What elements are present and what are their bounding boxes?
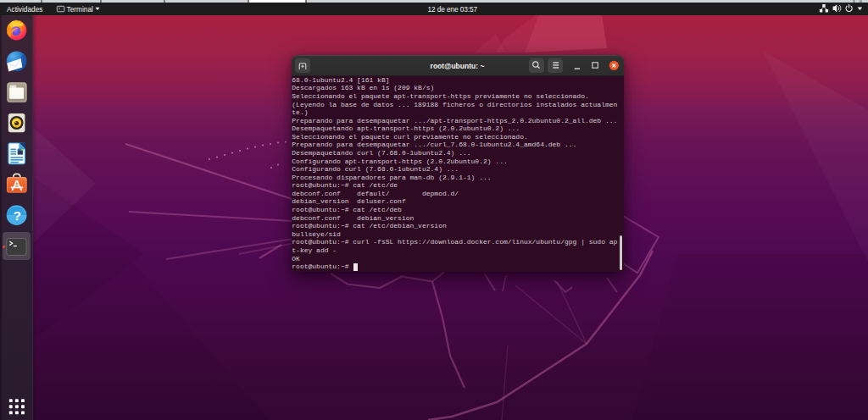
svg-text:?: ? xyxy=(13,208,20,223)
